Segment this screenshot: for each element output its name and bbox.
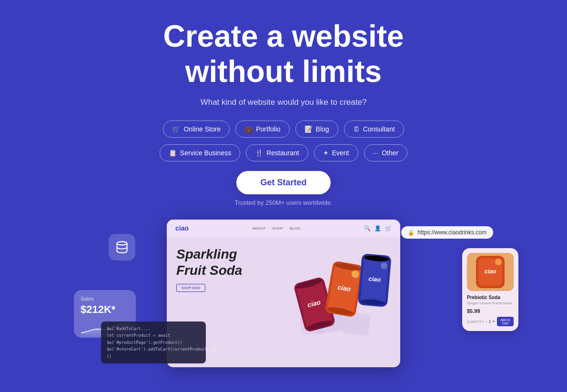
- blog-icon: 📝: [304, 125, 313, 133]
- code-snippet-widget: $w('#addToCart.... let currentProduct = …: [101, 322, 206, 363]
- svg-text:ciao: ciao: [368, 275, 381, 283]
- btn-restaurant[interactable]: 🍴 Restaurant: [246, 144, 308, 161]
- product-image: ciao: [467, 253, 514, 291]
- preview-section: Sales $212K* ciao ABOUT SHOP: [0, 220, 567, 367]
- preview-shop-button: SHOP NOW: [176, 284, 205, 292]
- sales-value: $212K*: [81, 303, 129, 316]
- product-price: $5.99: [467, 308, 514, 314]
- portfolio-icon: 💼: [244, 125, 253, 133]
- product-name: Prebiotic Soda: [467, 295, 514, 300]
- code-line-2: let currentProduct = await $w('#productP…: [107, 332, 200, 346]
- code-line-4: (): [107, 353, 200, 360]
- svg-point-0: [117, 242, 127, 245]
- trusted-text: Trusted by 250M+ users worldwide.: [234, 199, 332, 206]
- preview-nav-links: ABOUT SHOP BLOG: [253, 226, 300, 231]
- add-to-cart-button[interactable]: Add to Cart: [497, 317, 514, 326]
- website-type-row-1: 🛒 Online Store 💼 Portfolio 📝 Blog 🗓 Cons…: [163, 121, 404, 138]
- online-store-icon: 🛒: [172, 125, 180, 133]
- code-line-1: $w('#addToCart....: [107, 325, 200, 332]
- product-card-widget: ciao Prebiotic Soda Ginger Lemon Fresh D…: [462, 248, 518, 331]
- product-actions: QUANTITY - 1 + Add to Cart: [467, 317, 514, 326]
- lock-icon: 🔒: [408, 230, 415, 236]
- nav-blog: BLOG: [290, 226, 300, 231]
- qty-plus[interactable]: +: [492, 319, 495, 324]
- user-icon: 👤: [375, 225, 381, 231]
- btn-blog[interactable]: 📝 Blog: [295, 121, 338, 138]
- get-started-button[interactable]: Get Started: [236, 171, 330, 194]
- hero-title: Create a website without limits: [163, 19, 404, 89]
- url-bar-widget: 🔒 https://www.ciaodrinks.com: [401, 226, 493, 239]
- url-text: https://www.ciaodrinks.com: [417, 229, 486, 236]
- code-line-3: $w('#storeCart').addToCart(currentProduc…: [107, 346, 200, 352]
- quantity-control[interactable]: - 1 +: [486, 319, 495, 324]
- database-icon-widget: [109, 234, 135, 261]
- btn-event[interactable]: ✦ Event: [314, 144, 358, 161]
- other-icon: ···: [373, 149, 379, 157]
- sales-label: Sales: [81, 296, 129, 302]
- website-type-row-2: 📋 Service Business 🍴 Restaurant ✦ Event …: [160, 144, 407, 161]
- svg-text:ciao: ciao: [485, 268, 496, 275]
- nav-about: ABOUT: [253, 226, 266, 231]
- restaurant-icon: 🍴: [255, 149, 263, 157]
- quantity-label: QUANTITY: [467, 320, 484, 323]
- product-description: Ginger Lemon Fresh Drink: [467, 301, 514, 305]
- preview-logo: ciao: [175, 224, 189, 232]
- btn-consultant[interactable]: 🗓 Consultant: [344, 121, 404, 138]
- btn-portfolio[interactable]: 💼 Portfolio: [235, 121, 289, 138]
- preview-hero-text: Sparkling Fruit Soda: [176, 246, 253, 278]
- btn-other[interactable]: ··· Other: [364, 144, 408, 161]
- hero-subtitle: What kind of website would you like to c…: [201, 98, 367, 107]
- btn-service-business[interactable]: 📋 Service Business: [160, 144, 240, 161]
- preview-nav-icons: 🔍 👤 🛒: [364, 225, 392, 231]
- search-icon: 🔍: [364, 225, 371, 231]
- svg-point-24: [495, 259, 502, 265]
- nav-shop: SHOP: [272, 226, 283, 231]
- service-business-icon: 📋: [169, 149, 177, 157]
- event-icon: ✦: [323, 149, 329, 157]
- cart-icon: 🛒: [385, 225, 392, 231]
- consultant-icon: 🗓: [353, 125, 360, 133]
- btn-online-store[interactable]: 🛒 Online Store: [163, 121, 230, 138]
- cans-illustration: ciao ciao: [267, 232, 400, 365]
- qty-minus[interactable]: -: [486, 319, 487, 324]
- qty-value: 1: [488, 319, 491, 324]
